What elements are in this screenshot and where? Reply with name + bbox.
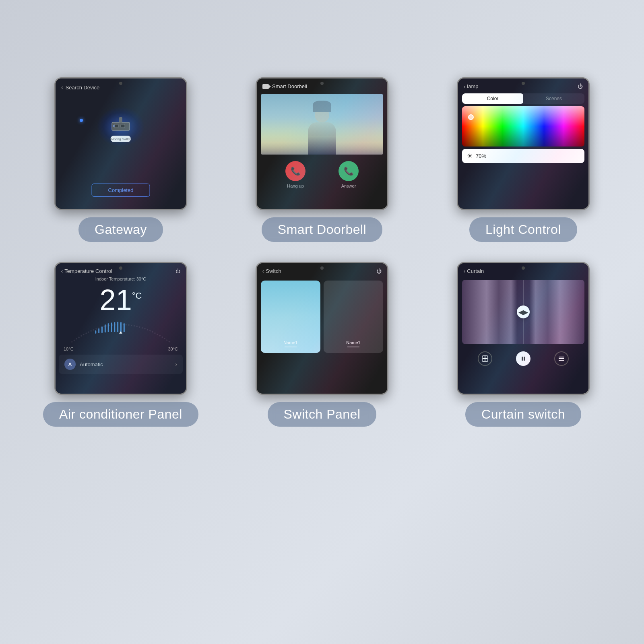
switch-frame: ‹ Switch ⏻ Name1 Name1 bbox=[256, 262, 388, 395]
doorbell-label: Smart Doorbell bbox=[262, 217, 382, 242]
power-icon[interactable]: ⏻ bbox=[578, 83, 583, 89]
light-label: Light Control bbox=[469, 217, 577, 242]
gateway-label: Gateway bbox=[78, 217, 163, 242]
curtain-header-label: Curtain bbox=[467, 268, 484, 274]
camera-icon bbox=[262, 84, 269, 89]
svg-rect-10 bbox=[111, 322, 112, 332]
color-selector-dot bbox=[468, 114, 474, 120]
curtain-back-arrow: ‹ bbox=[464, 268, 465, 274]
tab-scenes[interactable]: Scenes bbox=[523, 93, 584, 104]
curtain-pause-button[interactable] bbox=[516, 351, 530, 366]
back-arrow-icon: ‹ bbox=[61, 84, 63, 91]
ac-card: ‹ Temperature Control ⏻ Indoor Temperatu… bbox=[32, 262, 209, 427]
switch-panels: Name1 Name1 bbox=[261, 281, 383, 353]
switch-screen: ‹ Switch ⏻ Name1 Name1 bbox=[257, 263, 387, 394]
curtain-open-icon bbox=[481, 355, 489, 362]
gateway-header-label: Search Device bbox=[66, 85, 100, 91]
curtain-handle[interactable]: ◀▶ bbox=[517, 305, 530, 318]
svg-rect-6 bbox=[98, 328, 99, 333]
ac-back: ‹ Temperature Control bbox=[61, 268, 112, 274]
device-name-label: 5-Gang Switch bbox=[110, 137, 131, 141]
temperature-arc bbox=[64, 314, 178, 347]
hangup-button[interactable]: 📞 bbox=[285, 161, 305, 181]
doorbell-frame: Smart Doorbell 📞 Hang up bbox=[256, 77, 388, 210]
light-screen: ‹ lamp ⏻ Color Scenes ☀ 70% bbox=[458, 78, 588, 209]
light-frame: ‹ lamp ⏻ Color Scenes ☀ 70% bbox=[457, 77, 590, 210]
switch-panel-1[interactable]: Name1 bbox=[261, 281, 320, 353]
curtain-close-button[interactable] bbox=[554, 351, 569, 366]
switch2-name: Name1 bbox=[346, 340, 360, 345]
light-card: ‹ lamp ⏻ Color Scenes ☀ 70% bbox=[435, 77, 612, 242]
switch-panel-2[interactable]: Name1 bbox=[324, 281, 383, 353]
tab-color[interactable]: Color bbox=[462, 93, 523, 104]
answer-button[interactable]: 📞 bbox=[339, 161, 359, 181]
gateway-topbar: ‹ Search Device bbox=[56, 78, 186, 93]
curtain-visual: ◀▶ bbox=[462, 280, 584, 344]
call-buttons: 📞 Hang up 📞 Answer bbox=[257, 156, 387, 193]
switch-back: ‹ Switch bbox=[262, 268, 281, 274]
switch1-name: Name1 bbox=[283, 340, 297, 345]
svg-rect-3 bbox=[119, 117, 122, 123]
light-back-arrow: ‹ bbox=[464, 83, 465, 89]
svg-rect-12 bbox=[117, 322, 118, 332]
light-header-label: lamp bbox=[467, 83, 478, 89]
doorbell-screen: Smart Doorbell 📞 Hang up bbox=[257, 78, 387, 209]
mode-icon: A bbox=[64, 359, 76, 370]
ac-topbar: ‹ Temperature Control ⏻ bbox=[56, 263, 186, 276]
doorbell-header-label: Smart Doorbell bbox=[272, 83, 307, 89]
light-tabs: Color Scenes bbox=[462, 93, 584, 104]
video-feed bbox=[261, 94, 383, 155]
answer-wrapper: 📞 Answer bbox=[339, 161, 359, 188]
doorbell-topbar: Smart Doorbell bbox=[257, 78, 387, 93]
mode-left: A Automatic bbox=[64, 359, 103, 370]
sky-gradient bbox=[261, 94, 383, 155]
switch-topbar: ‹ Switch ⏻ bbox=[257, 263, 387, 277]
temperature-display: 21°C bbox=[56, 282, 186, 314]
curtain-back: ‹ Curtain bbox=[464, 268, 484, 274]
ac-label: Air conditioner Panel bbox=[43, 402, 198, 427]
temp-value: 21 bbox=[100, 284, 132, 316]
gateway-card: ‹ Search Device 5-Gang Switch bbox=[32, 77, 209, 242]
answer-label: Answer bbox=[341, 184, 356, 188]
min-temp: 10°C bbox=[64, 347, 74, 351]
svg-rect-1 bbox=[114, 124, 118, 128]
hangup-wrapper: 📞 Hang up bbox=[285, 161, 305, 188]
curtain-label: Curtain switch bbox=[465, 402, 581, 427]
indoor-temp-label: Indoor Temperature: 30°C bbox=[56, 276, 186, 282]
device-connector: 5-Gang Switch bbox=[111, 136, 131, 142]
svg-rect-8 bbox=[105, 324, 106, 332]
curtain-open-button[interactable] bbox=[478, 351, 492, 366]
curtain-close-icon bbox=[558, 355, 565, 362]
svg-rect-13 bbox=[120, 322, 122, 332]
ac-screen: ‹ Temperature Control ⏻ Indoor Temperatu… bbox=[56, 263, 186, 394]
arc-labels: 10°C 30°C bbox=[56, 347, 186, 351]
svg-rect-2 bbox=[121, 124, 125, 128]
curtain-controls bbox=[458, 347, 588, 370]
svg-rect-9 bbox=[108, 323, 109, 332]
color-picker[interactable] bbox=[462, 106, 584, 147]
switch-back-arrow: ‹ bbox=[262, 268, 264, 274]
ac-mode-bar: A Automatic › bbox=[59, 355, 183, 374]
svg-rect-17 bbox=[522, 357, 523, 361]
sun-icon: ☀ bbox=[467, 152, 473, 160]
light-topbar: ‹ lamp ⏻ bbox=[458, 78, 588, 92]
curtain-topbar: ‹ Curtain bbox=[458, 263, 588, 277]
switch-power-icon[interactable]: ⏻ bbox=[376, 268, 382, 274]
svg-rect-7 bbox=[101, 326, 103, 333]
device-grid: ‹ Search Device 5-Gang Switch bbox=[0, 77, 644, 427]
switch-label: Switch Panel bbox=[268, 402, 377, 427]
curtain-screen: ‹ Curtain ◀▶ bbox=[458, 263, 588, 394]
ac-power-icon[interactable]: ⏻ bbox=[175, 268, 180, 274]
light-back: ‹ lamp bbox=[464, 83, 479, 89]
router-icon bbox=[109, 115, 133, 133]
ac-back-arrow: ‹ bbox=[61, 268, 63, 274]
arc-container bbox=[64, 314, 178, 347]
max-temp: 30°C bbox=[168, 347, 178, 351]
switch-header-label: Switch bbox=[266, 268, 281, 274]
completed-button[interactable]: Completed bbox=[92, 184, 150, 197]
gateway-screen: ‹ Search Device 5-Gang Switch bbox=[56, 78, 186, 209]
color-gradient bbox=[462, 106, 584, 147]
brightness-bar: ☀ 70% bbox=[462, 149, 584, 163]
chevron-right-icon[interactable]: › bbox=[175, 361, 177, 367]
ac-frame: ‹ Temperature Control ⏻ Indoor Temperatu… bbox=[54, 262, 187, 395]
